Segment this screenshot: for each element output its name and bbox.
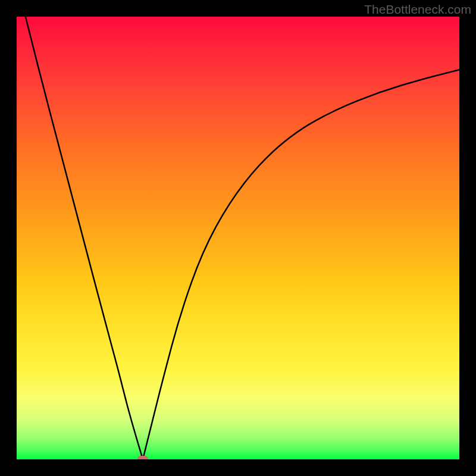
- curve-svg: [17, 17, 459, 459]
- plot-area: [17, 17, 459, 459]
- watermark-text: TheBottleneck.com: [364, 2, 471, 17]
- chart-container: TheBottleneck.com: [0, 0, 476, 476]
- bottleneck-curve: [17, 17, 459, 459]
- minimum-marker: [137, 456, 148, 459]
